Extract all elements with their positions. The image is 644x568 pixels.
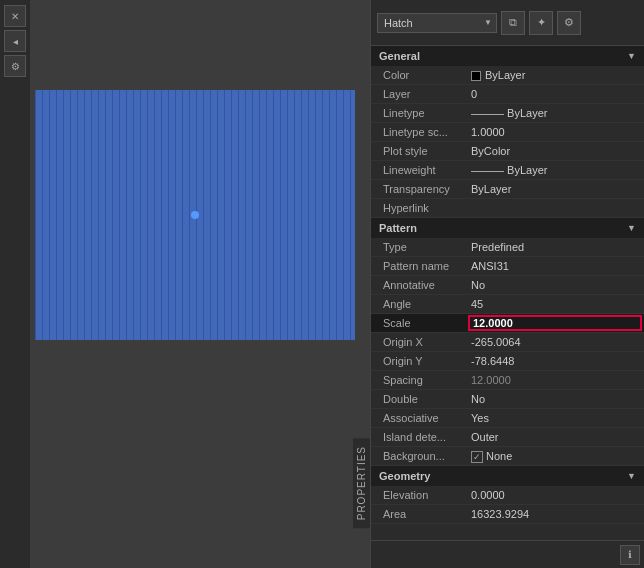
prop-label-origin-x: Origin X	[371, 336, 466, 348]
prop-value-double[interactable]: No	[466, 393, 644, 405]
prop-value-annotative[interactable]: No	[466, 279, 644, 291]
side-toolbar: ✕ ◂ ⚙	[0, 0, 30, 568]
color-swatch	[471, 71, 481, 81]
prop-value-transparency[interactable]: ByLayer	[466, 183, 644, 195]
geometry-collapse-icon[interactable]: ▼	[627, 471, 636, 481]
prop-island-detection: Island dete... Outer	[371, 428, 644, 447]
prop-label-elevation: Elevation	[371, 489, 466, 501]
prop-value-layer[interactable]: 0	[466, 88, 644, 100]
prop-label-origin-y: Origin Y	[371, 355, 466, 367]
prop-label-scale: Scale	[371, 317, 466, 329]
drawing-area: ✕ ◂ ⚙ PROPERTIES	[0, 0, 370, 568]
prop-hyperlink: Hyperlink	[371, 199, 644, 218]
geometry-section-label: Geometry	[379, 470, 430, 482]
prop-label-associative: Associative	[371, 412, 466, 424]
prop-origin-y: Origin Y -78.6448	[371, 352, 644, 371]
general-collapse-icon[interactable]: ▼	[627, 51, 636, 61]
prop-value-lineweight[interactable]: ——— ByLayer	[466, 164, 644, 176]
prop-plot-style: Plot style ByColor	[371, 142, 644, 161]
prop-value-origin-x[interactable]: -265.0064	[466, 336, 644, 348]
prop-label-spacing: Spacing	[371, 374, 466, 386]
prop-label-annotative: Annotative	[371, 279, 466, 291]
pattern-section-label: Pattern	[379, 222, 417, 234]
prop-color: Color ByLayer	[371, 66, 644, 85]
prop-value-origin-y[interactable]: -78.6448	[466, 355, 644, 367]
general-section-label: General	[379, 50, 420, 62]
prop-transparency: Transparency ByLayer	[371, 180, 644, 199]
prop-label-lineweight: Lineweight	[371, 164, 466, 176]
plus-icon[interactable]: ✦	[529, 11, 553, 35]
prop-value-area[interactable]: 16323.9294	[466, 508, 644, 520]
copy-icon[interactable]: ⧉	[501, 11, 525, 35]
general-section-header[interactable]: General ▼	[371, 46, 644, 66]
pattern-collapse-icon[interactable]: ▼	[627, 223, 636, 233]
prop-pattern-name: Pattern name ANSI31	[371, 257, 644, 276]
prop-label-background: Backgroun...	[371, 450, 466, 462]
geometry-section-header[interactable]: Geometry ▼	[371, 466, 644, 486]
prop-label-plot-style: Plot style	[371, 145, 466, 157]
properties-panel: Hatch ▼ ⧉ ✦ ⚙ General ▼ Color ByLayer La…	[370, 0, 644, 568]
prop-label-area: Area	[371, 508, 466, 520]
prop-value-angle[interactable]: 45	[466, 298, 644, 310]
prop-value-associative[interactable]: Yes	[466, 412, 644, 424]
info-icon[interactable]: ℹ	[620, 545, 640, 565]
prop-value-plot-style[interactable]: ByColor	[466, 145, 644, 157]
prop-value-island-detection[interactable]: Outer	[466, 431, 644, 443]
background-checkbox[interactable]: ✓	[471, 451, 483, 463]
object-type-dropdown-wrapper[interactable]: Hatch ▼	[377, 13, 497, 33]
close-btn[interactable]: ✕	[4, 5, 26, 27]
prop-value-type[interactable]: Predefined	[466, 241, 644, 253]
prop-label-hyperlink: Hyperlink	[371, 202, 466, 214]
prop-annotative: Annotative No	[371, 276, 644, 295]
prop-label-angle: Angle	[371, 298, 466, 310]
prop-label-type: Type	[371, 241, 466, 253]
prop-value-color[interactable]: ByLayer	[466, 69, 644, 81]
object-type-dropdown[interactable]: Hatch	[377, 13, 497, 33]
prop-label-layer: Layer	[371, 88, 466, 100]
prop-scale[interactable]: Scale 12.0000	[371, 314, 644, 333]
hatch-center-dot	[191, 211, 199, 219]
prop-label-color: Color	[371, 69, 466, 81]
prop-layer: Layer 0	[371, 85, 644, 104]
bottom-toolbar: ℹ	[371, 540, 644, 568]
prop-value-scale[interactable]: 12.0000	[468, 315, 642, 331]
prop-label-island-detection: Island dete...	[371, 431, 466, 443]
prop-associative: Associative Yes	[371, 409, 644, 428]
prop-value-elevation[interactable]: 0.0000	[466, 489, 644, 501]
properties-toolbar: Hatch ▼ ⧉ ✦ ⚙	[371, 0, 644, 46]
prop-value-spacing[interactable]: 12.0000	[466, 374, 644, 386]
prop-elevation: Elevation 0.0000	[371, 486, 644, 505]
prop-label-pattern-name: Pattern name	[371, 260, 466, 272]
prop-double: Double No	[371, 390, 644, 409]
prop-lineweight: Lineweight ——— ByLayer	[371, 161, 644, 180]
prop-type: Type Predefined	[371, 238, 644, 257]
prop-spacing: Spacing 12.0000	[371, 371, 644, 390]
properties-sidebar-label: PROPERTIES	[353, 438, 370, 528]
prop-linetype: Linetype ——— ByLayer	[371, 104, 644, 123]
properties-list: General ▼ Color ByLayer Layer 0 Linetype…	[371, 46, 644, 540]
hatch-canvas	[35, 90, 355, 340]
prop-area: Area 16323.9294	[371, 505, 644, 524]
prop-value-pattern-name[interactable]: ANSI31	[466, 260, 644, 272]
prop-label-transparency: Transparency	[371, 183, 466, 195]
prop-value-linetype[interactable]: ——— ByLayer	[466, 107, 644, 119]
prop-background: Backgroun... ✓None	[371, 447, 644, 466]
prop-linetype-scale: Linetype sc... 1.0000	[371, 123, 644, 142]
prop-origin-x: Origin X -265.0064	[371, 333, 644, 352]
prop-angle: Angle 45	[371, 295, 644, 314]
prop-label-double: Double	[371, 393, 466, 405]
prop-label-linetype: Linetype	[371, 107, 466, 119]
pin-btn[interactable]: ◂	[4, 30, 26, 52]
prop-value-background[interactable]: ✓None	[466, 450, 644, 463]
prop-value-linetype-scale[interactable]: 1.0000	[466, 126, 644, 138]
pattern-section-header[interactable]: Pattern ▼	[371, 218, 644, 238]
settings-icon[interactable]: ⚙	[557, 11, 581, 35]
prop-label-linetype-scale: Linetype sc...	[371, 126, 466, 138]
gear-btn[interactable]: ⚙	[4, 55, 26, 77]
